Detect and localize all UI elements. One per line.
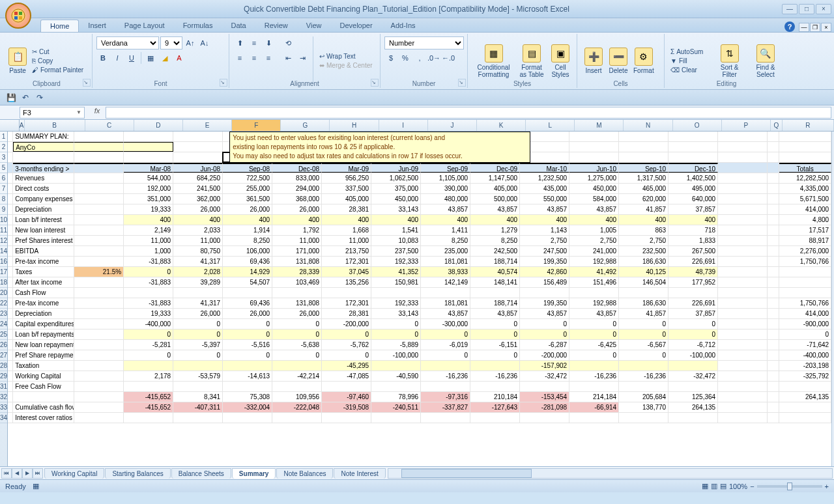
- cell-N33[interactable]: 138,770: [619, 402, 669, 412]
- cell-A20[interactable]: [8, 288, 13, 298]
- cell-I8[interactable]: 450,000: [371, 194, 421, 204]
- mdi-minimize[interactable]: —: [799, 23, 809, 32]
- cell-P27[interactable]: [718, 350, 768, 360]
- cell-G28[interactable]: [272, 361, 322, 371]
- zoom-level[interactable]: 100%: [729, 483, 747, 490]
- cell-M6[interactable]: 1,275,000: [569, 173, 619, 183]
- cell-I29[interactable]: -40,590: [371, 371, 421, 381]
- cell-K16[interactable]: 188,714: [470, 257, 520, 266]
- cell-P34[interactable]: [718, 413, 768, 423]
- cell-P8[interactable]: [718, 194, 768, 204]
- cell-N20[interactable]: [619, 288, 669, 298]
- col-header-P[interactable]: P: [722, 120, 771, 131]
- currency-button[interactable]: $: [384, 51, 397, 64]
- cell-R27[interactable]: -400,000: [779, 350, 831, 360]
- cell-H24[interactable]: -200,000: [322, 319, 371, 329]
- cell-R8[interactable]: 5,671,500: [779, 194, 831, 204]
- cell-Q18[interactable]: [768, 277, 779, 287]
- percent-button[interactable]: %: [399, 51, 412, 64]
- cell-P28[interactable]: [718, 361, 768, 371]
- cell-O24[interactable]: 0: [669, 319, 718, 329]
- cell-O10[interactable]: 400: [669, 215, 718, 225]
- cell-C33[interactable]: [74, 402, 124, 412]
- cell-B12[interactable]: Pref Shares interest: [13, 236, 74, 245]
- cell-F20[interactable]: [223, 288, 272, 298]
- cell-P32[interactable]: [718, 392, 768, 402]
- cell-A29[interactable]: [8, 371, 13, 381]
- row-header-1[interactable]: 1: [0, 132, 7, 142]
- cell-P29[interactable]: [718, 371, 768, 381]
- col-header-D[interactable]: D: [134, 120, 183, 131]
- cell-R23[interactable]: 414,000: [779, 309, 831, 318]
- cell-N31[interactable]: [619, 382, 669, 391]
- cell-Q11[interactable]: [768, 225, 779, 235]
- cell-A3[interactable]: [8, 152, 13, 162]
- cell-G24[interactable]: 0: [272, 319, 322, 329]
- cell-B14[interactable]: EBITDA: [13, 246, 74, 256]
- cell-R31[interactable]: [779, 382, 831, 391]
- cell-B28[interactable]: Taxation: [13, 361, 74, 371]
- col-header-R[interactable]: R: [783, 120, 834, 131]
- row-header-32[interactable]: 32: [0, 392, 7, 402]
- increase-decimal[interactable]: .0→: [427, 51, 440, 64]
- cell-K22[interactable]: 188,714: [470, 298, 520, 308]
- cell-K29[interactable]: -16,236: [470, 371, 520, 381]
- cell-D1[interactable]: [124, 132, 173, 141]
- save-button[interactable]: 💾: [5, 92, 17, 104]
- cell-P7[interactable]: [718, 184, 768, 193]
- cell-B8[interactable]: Company expenses: [13, 194, 74, 204]
- cell-F10[interactable]: 400: [223, 215, 272, 225]
- cell-I11[interactable]: 1,541: [371, 225, 421, 235]
- cell-I10[interactable]: 400: [371, 215, 421, 225]
- col-header-I[interactable]: I: [379, 120, 428, 131]
- name-box[interactable]: F3▼: [20, 107, 85, 119]
- view-break-icon[interactable]: ▤: [720, 482, 726, 490]
- cell-O6[interactable]: 1,402,500: [669, 173, 718, 183]
- cell-M31[interactable]: [569, 382, 619, 391]
- cell-B11[interactable]: New loan interest: [13, 225, 74, 235]
- cell-J14[interactable]: 235,000: [421, 246, 470, 256]
- cell-A33[interactable]: [8, 402, 13, 412]
- cell-O8[interactable]: 640,000: [669, 194, 718, 204]
- cell-F32[interactable]: 75,308: [223, 392, 272, 402]
- row-header-18[interactable]: 18: [0, 277, 7, 288]
- grow-font-button[interactable]: A↑: [184, 36, 197, 49]
- cell-G31[interactable]: [272, 382, 322, 391]
- cell-H8[interactable]: 405,000: [322, 194, 371, 204]
- cell-P31[interactable]: [718, 382, 768, 391]
- cell-C17[interactable]: 21.5%: [74, 267, 124, 277]
- cell-P5[interactable]: [718, 163, 768, 173]
- clear-button[interactable]: ⌫Clear: [669, 66, 712, 74]
- cell-F22[interactable]: 69,436: [223, 298, 272, 308]
- cell-F18[interactable]: 54,507: [223, 277, 272, 287]
- cell-E18[interactable]: 39,289: [173, 277, 223, 287]
- cell-C8[interactable]: [74, 194, 124, 204]
- cell-A18[interactable]: [8, 277, 13, 287]
- cell-O18[interactable]: 177,952: [669, 277, 718, 287]
- cell-N8[interactable]: 620,000: [619, 194, 669, 204]
- cell-M7[interactable]: 450,000: [569, 184, 619, 193]
- cell-L27[interactable]: -200,000: [520, 350, 569, 360]
- row-header-17[interactable]: 17: [0, 267, 7, 277]
- cell-O34[interactable]: [669, 413, 718, 423]
- cell-O7[interactable]: 495,000: [669, 184, 718, 193]
- cell-E17[interactable]: 2,028: [173, 267, 223, 277]
- select-all-corner[interactable]: [0, 120, 20, 131]
- col-header-J[interactable]: J: [428, 120, 477, 131]
- cell-H22[interactable]: 172,301: [322, 298, 371, 308]
- row-header-10[interactable]: 10: [0, 215, 7, 225]
- cell-E6[interactable]: 684,250: [173, 173, 223, 183]
- underline-button[interactable]: U: [125, 51, 138, 64]
- cell-P18[interactable]: [718, 277, 768, 287]
- cell-G33[interactable]: -222,048: [272, 402, 322, 412]
- cell-G34[interactable]: [272, 413, 322, 423]
- cell-H14[interactable]: 213,750: [322, 246, 371, 256]
- cell-N26[interactable]: -6,567: [619, 340, 669, 350]
- cell-O28[interactable]: [669, 361, 718, 371]
- cell-R34[interactable]: [779, 413, 831, 423]
- cell-B24[interactable]: Capital expenditures: [13, 319, 74, 329]
- cell-D25[interactable]: 0: [124, 329, 173, 339]
- cell-H7[interactable]: 337,500: [322, 184, 371, 193]
- cell-L14[interactable]: 247,500: [520, 246, 569, 256]
- fill-color-button[interactable]: ◢: [158, 51, 171, 64]
